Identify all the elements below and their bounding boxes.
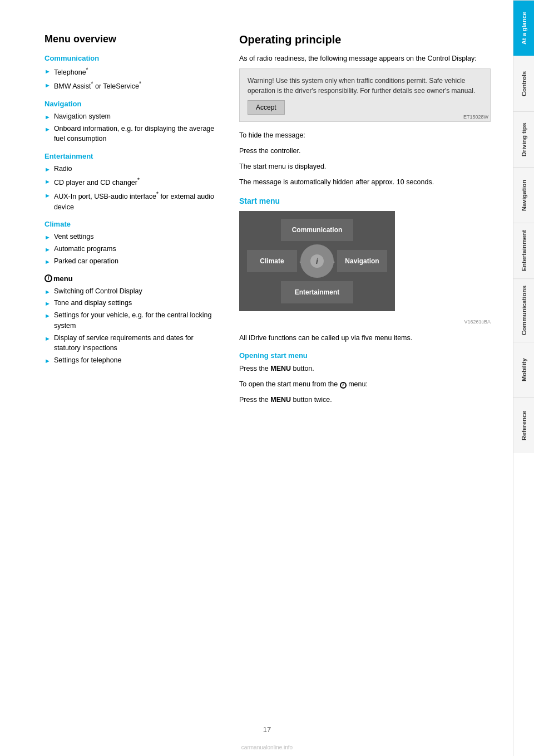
sidebar: At a glance Controls Driving tips Naviga…	[513, 0, 534, 756]
bullet-arrow-icon: ►	[44, 125, 51, 134]
bullet-arrow-icon: ►	[44, 311, 51, 321]
climate-item-1: Vent settings	[54, 232, 94, 242]
list-item: ► Navigation system	[44, 111, 217, 122]
warning-box-container: Warning! Use this system only when traff…	[239, 68, 491, 122]
menu-item-navigation: Navigation	[337, 250, 387, 272]
bullet-arrow-icon: ►	[44, 67, 51, 76]
list-item: ► Switching off Control Display	[44, 286, 217, 297]
main-content: Menu overview Communication ► Telephone*…	[0, 0, 513, 756]
accept-button[interactable]: Accept	[248, 100, 285, 115]
watermark: carmanualonline.info	[241, 744, 293, 750]
list-item: ► Telephone*	[44, 66, 217, 78]
bullet-arrow-icon: ►	[44, 112, 51, 122]
list-item: ► Tone and display settings	[44, 298, 217, 308]
imenu-item-3: Settings for your vehicle, e.g. for the …	[54, 310, 217, 331]
climate-heading: Climate	[44, 220, 217, 228]
hide-message-line1: To hide the message:	[239, 130, 491, 141]
menu-center-circle: i	[300, 244, 334, 278]
warning-box: Warning! Use this system only when traff…	[239, 68, 491, 122]
menu-bold-2: MENU	[270, 396, 291, 404]
climate-item-3: Parked car operation	[54, 256, 118, 267]
start-menu-graphic: Communication Entertainment Climate Navi…	[239, 211, 395, 311]
sidebar-tab-driving-tips[interactable]: Driving tips	[513, 111, 534, 167]
list-item: ► Onboard information, e.g. for displayi…	[44, 124, 217, 145]
climate-list: ► Vent settings ► Automatic programs ► P…	[44, 232, 217, 266]
list-item: ► Settings for your vehicle, e.g. for th…	[44, 310, 217, 331]
list-item: ► Display of service requirements and da…	[44, 333, 217, 354]
comm-item-1: Telephone*	[54, 66, 88, 78]
imenu-item-1: Switching off Control Display	[54, 286, 142, 297]
nav-item-2: Onboard information, e.g. for displaying…	[54, 124, 217, 145]
communication-section: Communication ► Telephone* ► BMW Assist*…	[44, 54, 217, 92]
list-item: ► Automatic programs	[44, 244, 217, 254]
entertainment-heading: Entertainment	[44, 152, 217, 160]
opening-line2: To open the start menu from the i menu:	[239, 379, 491, 390]
menu-item-communication: Communication	[281, 219, 353, 241]
center-i-icon: i	[310, 254, 324, 268]
menu-item-entertainment: Entertainment	[281, 281, 353, 303]
page-container: Menu overview Communication ► Telephone*…	[0, 0, 534, 756]
opening-line2-prefix: To open the start menu from the	[239, 380, 340, 388]
navigation-list: ► Navigation system ► Onboard informatio…	[44, 111, 217, 144]
bullet-arrow-icon: ►	[44, 356, 51, 366]
i-menu-icon: i	[340, 382, 347, 389]
opening-line1-suffix: button.	[291, 365, 314, 372]
menu-bold-1: MENU	[270, 365, 291, 372]
bullet-arrow-icon: ►	[44, 191, 51, 200]
left-column: Menu overview Communication ► Telephone*…	[44, 33, 217, 723]
bullet-arrow-icon: ►	[44, 177, 51, 186]
menu-item-climate: Climate	[247, 250, 297, 272]
auto-hidden-line: The message is automatically hidden afte…	[239, 176, 491, 188]
bullet-arrow-icon: ►	[44, 233, 51, 242]
navigation-section: Navigation ► Navigation system ► Onboard…	[44, 100, 217, 144]
communication-list: ► Telephone* ► BMW Assist* or TeleServic…	[44, 66, 217, 92]
opening-line3: Press the MENU button twice.	[239, 394, 491, 405]
sidebar-tab-entertainment[interactable]: Entertainment	[513, 223, 534, 278]
list-item: ► Radio	[44, 164, 217, 174]
bullet-arrow-icon: ►	[44, 81, 51, 90]
imenu-list: ► Switching off Control Display ► Tone a…	[44, 286, 217, 366]
imenu-heading: i menu	[44, 274, 217, 283]
press-controller-line: Press the controller.	[239, 145, 491, 156]
bullet-arrow-icon: ►	[44, 165, 51, 174]
imenu-item-4: Display of service requirements and date…	[54, 333, 217, 354]
list-item: ► CD player and CD changer*	[44, 176, 217, 188]
bullet-arrow-icon: ►	[44, 245, 51, 254]
climate-section: Climate ► Vent settings ► Automatic prog…	[44, 220, 217, 266]
operating-principle-title: Operating principle	[239, 33, 491, 46]
opening-line3-suffix: button twice.	[291, 396, 332, 404]
page-number: 17	[263, 725, 271, 734]
opening-line1-prefix: Press the	[239, 365, 270, 372]
warning-text: Warning! Use this system only when traff…	[248, 77, 475, 95]
right-column: Operating principle As of radio readines…	[239, 33, 491, 723]
sidebar-tab-at-a-glance[interactable]: At a glance	[513, 0, 534, 56]
menu-overview-title: Menu overview	[44, 33, 217, 45]
imenu-section: i menu ► Switching off Control Display ►…	[44, 274, 217, 366]
operating-intro: As of radio readiness, the following mes…	[239, 53, 491, 64]
sidebar-tab-navigation[interactable]: Navigation	[513, 167, 534, 223]
communication-heading: Communication	[44, 54, 217, 62]
imenu-item-2: Tone and display settings	[54, 298, 132, 308]
opening-line3-prefix: Press the	[239, 396, 270, 404]
opening-line2-suffix: menu:	[347, 380, 368, 388]
list-item: ► Settings for telephone	[44, 355, 217, 366]
sidebar-tab-mobility[interactable]: Mobility	[513, 342, 534, 397]
opening-start-title: Opening start menu	[239, 351, 491, 360]
sidebar-tab-reference[interactable]: Reference	[513, 397, 534, 453]
sidebar-tab-controls[interactable]: Controls	[513, 56, 534, 111]
entertainment-section: Entertainment ► Radio ► CD player and CD…	[44, 152, 217, 212]
imenu-heading-label: menu	[53, 274, 73, 283]
start-menu-image-label: V16261cBA	[239, 319, 491, 325]
warning-image-label: ET15028W	[463, 114, 488, 120]
ent-item-1: Radio	[54, 164, 72, 174]
ent-item-2: CD player and CD changer*	[54, 176, 140, 188]
list-item: ► AUX-In port, USB-audio interface* for …	[44, 190, 217, 213]
bullet-arrow-icon: ►	[44, 257, 51, 267]
sidebar-tab-communications[interactable]: Communications	[513, 278, 534, 342]
nav-item-1: Navigation system	[54, 111, 111, 122]
all-functions-text: All iDrive functions can be called up vi…	[239, 332, 491, 343]
list-item: ► Vent settings	[44, 232, 217, 242]
ent-item-3: AUX-In port, USB-audio interface* for ex…	[54, 190, 217, 213]
bullet-arrow-icon: ►	[44, 287, 51, 297]
bullet-arrow-icon: ►	[44, 334, 51, 343]
